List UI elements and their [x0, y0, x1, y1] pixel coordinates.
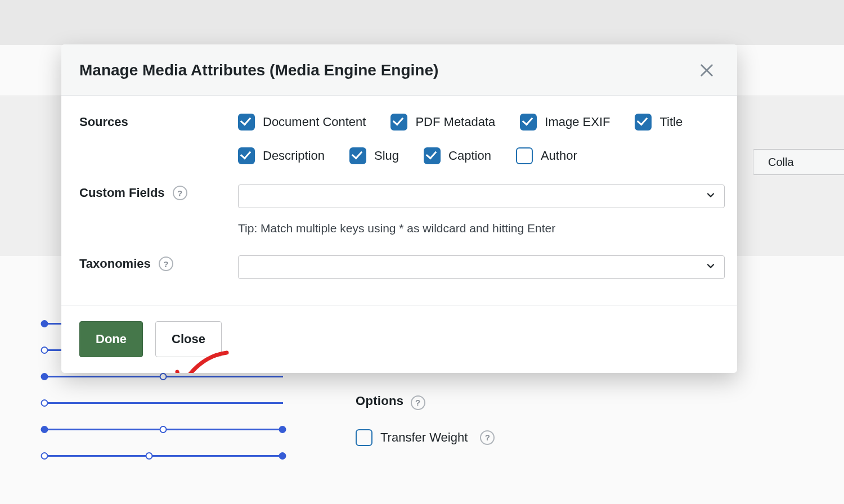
- checkbox[interactable]: [424, 147, 441, 164]
- slider-handle[interactable]: [41, 452, 48, 460]
- source-document-content[interactable]: Document Content: [238, 114, 366, 130]
- checkbox[interactable]: [349, 147, 366, 164]
- options-title: Options: [356, 394, 403, 408]
- collapse-button[interactable]: Colla: [753, 149, 844, 175]
- taxonomies-label: Taxonomies ?: [79, 255, 232, 271]
- source-slug[interactable]: Slug: [349, 147, 399, 164]
- slider-handle[interactable]: [41, 320, 48, 327]
- help-icon[interactable]: ?: [159, 256, 173, 271]
- help-icon[interactable]: ?: [173, 186, 187, 200]
- taxonomies-row: Taxonomies ?: [79, 255, 719, 279]
- modal-header: Manage Media Attributes (Media Engine En…: [61, 44, 737, 96]
- transfer-weight-checkbox[interactable]: [356, 429, 372, 446]
- help-icon[interactable]: ?: [411, 395, 425, 410]
- modal-dialog: Manage Media Attributes (Media Engine En…: [61, 44, 737, 373]
- source-image-exif[interactable]: Image EXIF: [520, 114, 610, 130]
- checkbox[interactable]: [520, 114, 537, 130]
- slider-track: [43, 402, 283, 404]
- slider-handle[interactable]: [41, 373, 48, 380]
- modal-body: Sources Document ContentPDF MetadataImag…: [61, 96, 737, 305]
- checkbox[interactable]: [238, 114, 255, 130]
- checkbox-label: Image EXIF: [545, 115, 610, 129]
- slider[interactable]: [39, 416, 287, 443]
- chevron-down-icon: [705, 190, 716, 203]
- help-icon[interactable]: ?: [480, 430, 495, 445]
- custom-fields-select[interactable]: [238, 184, 725, 208]
- source-description[interactable]: Description: [238, 147, 325, 164]
- modal-footer: Done Close: [61, 305, 737, 373]
- checkbox[interactable]: [238, 147, 255, 164]
- checkbox-label: Slug: [374, 148, 399, 163]
- source-author[interactable]: Author: [516, 147, 577, 164]
- custom-fields-label: Custom Fields ?: [79, 184, 232, 200]
- checkbox-label: PDF Metadata: [415, 115, 495, 129]
- modal-title: Manage Media Attributes (Media Engine En…: [79, 61, 438, 79]
- custom-fields-row: Custom Fields ? Tip: Match multiple keys…: [79, 184, 719, 235]
- slider-handle[interactable]: [41, 399, 48, 407]
- custom-fields-tip: Tip: Match multiple keys using * as wild…: [238, 222, 725, 235]
- checkbox-label: Author: [541, 148, 577, 163]
- custom-fields-label-text: Custom Fields: [79, 186, 165, 200]
- checkbox[interactable]: [390, 114, 407, 130]
- slider[interactable]: [39, 390, 287, 416]
- slider-track: [43, 455, 283, 457]
- sources-row: Sources Document ContentPDF MetadataImag…: [79, 114, 719, 164]
- checkbox[interactable]: [635, 114, 652, 130]
- options-section: Options ? Transfer Weight ?: [356, 394, 495, 446]
- checkbox-label: Caption: [448, 148, 491, 163]
- option-label: Transfer Weight: [380, 430, 468, 445]
- sources-label: Sources: [79, 114, 232, 129]
- slider-handle[interactable]: [160, 373, 167, 380]
- source-pdf-metadata[interactable]: PDF Metadata: [390, 114, 495, 130]
- checkbox[interactable]: [516, 147, 533, 164]
- taxonomies-select[interactable]: [238, 255, 725, 279]
- bg-band: [0, 0, 844, 45]
- slider-handle[interactable]: [41, 346, 48, 354]
- checkbox-label: Description: [263, 148, 325, 163]
- slider-handle[interactable]: [279, 452, 286, 460]
- close-icon[interactable]: [699, 62, 715, 78]
- custom-fields-control: Tip: Match multiple keys using * as wild…: [238, 184, 725, 235]
- slider-handle[interactable]: [41, 426, 48, 433]
- source-title[interactable]: Title: [635, 114, 683, 130]
- taxonomies-control: [238, 255, 725, 279]
- checkbox-label: Document Content: [263, 115, 366, 129]
- sources-controls: Document ContentPDF MetadataImage EXIFTi…: [238, 114, 719, 164]
- taxonomies-label-text: Taxonomies: [79, 256, 151, 271]
- checkbox-label: Title: [659, 115, 683, 129]
- slider-handle[interactable]: [279, 426, 286, 433]
- slider-handle[interactable]: [146, 452, 153, 460]
- chevron-down-icon: [705, 260, 716, 274]
- done-button[interactable]: Done: [79, 321, 143, 357]
- source-caption[interactable]: Caption: [424, 147, 491, 164]
- option-row: Transfer Weight ?: [356, 429, 495, 446]
- slider[interactable]: [39, 443, 287, 469]
- slider-handle[interactable]: [160, 426, 167, 433]
- close-button[interactable]: Close: [155, 321, 222, 357]
